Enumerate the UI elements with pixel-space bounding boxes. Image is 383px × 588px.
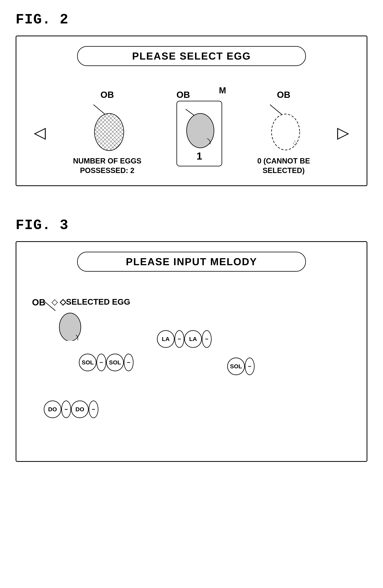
selected-egg-box[interactable]: 1 (177, 101, 222, 166)
note-do[interactable]: DO (71, 400, 89, 418)
fig3-section: FIG. 3 PLEASE INPUT MELODY OB ◇ ◇SELECTE… (16, 217, 367, 462)
fig2-screen: PLEASE SELECT EGG ◁ OB (16, 36, 367, 186)
svg-line-6 (270, 105, 282, 114)
arrow-right[interactable]: ▷ (335, 124, 351, 142)
note-sol[interactable]: SOL (79, 354, 97, 371)
svg-point-7 (272, 114, 300, 150)
svg-point-5 (187, 113, 214, 148)
fig2-title: PLEASE SELECT EGG (77, 46, 306, 66)
note-dash[interactable]: − (202, 330, 212, 348)
melody-row-do1: DO − DO − (44, 400, 98, 418)
egg-item-2[interactable]: OB M 1 (177, 89, 222, 166)
note-dash[interactable]: − (245, 357, 255, 375)
note-dash[interactable]: − (61, 400, 71, 418)
svg-line-8 (294, 141, 297, 144)
fig3-screen: PLEASE INPUT MELODY OB ◇ ◇SELECTED EGG (16, 241, 367, 462)
note-dash[interactable]: − (89, 400, 98, 418)
ob-section: OB (32, 297, 45, 308)
egg-section: OB (48, 89, 335, 176)
svg-line-9 (293, 143, 295, 146)
note-la[interactable]: LA (157, 330, 175, 348)
note-dash[interactable]: − (97, 354, 106, 371)
m-label: M (219, 85, 226, 95)
egg-caption-1: NUMBER OF EGGSPOSSESSED: 2 (73, 156, 141, 176)
note-dash[interactable]: − (175, 330, 184, 348)
selected-egg-label: ◇ ◇SELECTED EGG (52, 297, 130, 341)
ob-label-3: OB (277, 89, 290, 100)
melody-row-sol2: SOL − (227, 357, 255, 375)
egg-item-1: OB (73, 89, 141, 176)
fig2-content-area: ◁ OB (28, 89, 355, 176)
diamond-icon: ◇ (52, 297, 58, 307)
dashed-egg-svg (264, 103, 303, 151)
melody-row-sol1: SOL − SOL − (79, 354, 134, 371)
svg-line-0 (94, 105, 105, 114)
ob-label-2: OB (177, 89, 190, 100)
melody-row-la1: LA − LA − (157, 330, 212, 348)
note-la[interactable]: LA (184, 330, 202, 348)
egg-caption-3: 0 (CANNOT BESELECTED) (257, 156, 310, 176)
egg-number-2: 1 (197, 150, 202, 162)
note-do[interactable]: DO (44, 400, 61, 418)
note-dash[interactable]: − (124, 354, 134, 371)
fig2-section: FIG. 2 PLEASE SELECT EGG ◁ OB (16, 12, 367, 186)
arrow-left[interactable]: ◁ (32, 124, 48, 142)
selected-egg-text: ◇SELECTED EGG (60, 297, 130, 307)
svg-point-3 (95, 113, 124, 150)
hatched-egg-svg (88, 103, 127, 151)
small-egg-svg (57, 309, 83, 341)
ob-label-1: OB (101, 89, 114, 100)
note-sol[interactable]: SOL (106, 354, 124, 371)
note-sol[interactable]: SOL (227, 357, 245, 375)
fig3-title: PLEASE INPUT MELODY (77, 252, 306, 272)
egg-item-3: OB 0 (CANNOT BESELECTED) (257, 89, 310, 176)
ob-label-fig3: OB (32, 297, 45, 307)
fig3-label: FIG. 3 (16, 217, 367, 233)
fig2-label: FIG. 2 (16, 12, 367, 28)
selected-egg-svg (182, 105, 217, 148)
